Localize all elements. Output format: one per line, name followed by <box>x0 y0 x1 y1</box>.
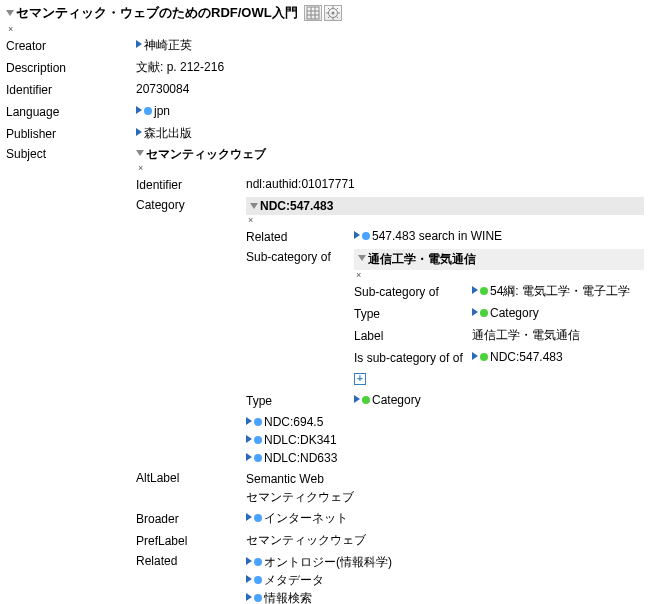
publisher-label: Publisher <box>6 124 136 143</box>
language-label: Language <box>6 102 136 121</box>
expand-toggle[interactable] <box>246 557 252 565</box>
category-icon <box>480 353 488 361</box>
svg-line-14 <box>336 8 338 10</box>
issubof-label: Is sub-category of of <box>354 348 472 367</box>
expand-toggle[interactable] <box>358 255 366 261</box>
expand-toggle[interactable] <box>246 575 252 583</box>
expand-toggle-title[interactable] <box>6 10 14 16</box>
related-label: Related <box>246 227 354 246</box>
related-item[interactable]: 情報検索 <box>264 591 312 604</box>
description-value: 文献: p. 212-216 <box>136 58 644 76</box>
identifier-value: 20730084 <box>136 80 644 98</box>
close-icon[interactable]: × <box>138 163 644 173</box>
broader-value[interactable]: インターネット <box>264 511 348 525</box>
category-head[interactable]: NDC:547.483 <box>260 199 333 213</box>
expand-toggle[interactable] <box>472 286 478 294</box>
svg-line-12 <box>336 17 338 19</box>
category-icon <box>480 309 488 317</box>
category-label: Category <box>136 197 246 212</box>
innerlabel-value: 通信工学・電気通信 <box>472 326 644 344</box>
svg-point-6 <box>331 12 334 15</box>
cat-type-label: Type <box>246 391 354 410</box>
expand-toggle[interactable] <box>136 150 144 156</box>
identifier-label: Identifier <box>6 80 136 99</box>
cat-type-value[interactable]: Category <box>372 393 421 407</box>
add-button[interactable]: + <box>354 373 366 385</box>
preflabel-label: PrefLabel <box>136 531 246 550</box>
close-icon[interactable]: × <box>248 215 644 225</box>
expand-toggle[interactable] <box>472 352 478 360</box>
expand-toggle[interactable] <box>246 513 252 521</box>
innerlabel-label: Label <box>354 326 472 345</box>
expand-toggle[interactable] <box>136 40 142 48</box>
expand-toggle[interactable] <box>246 417 252 425</box>
altlabel-label: AltLabel <box>136 470 246 485</box>
subject-identifier-label: Identifier <box>136 175 246 194</box>
expand-toggle[interactable] <box>354 231 360 239</box>
subject-identifier-value: ndl:authid:01017771 <box>246 175 644 193</box>
category-icon <box>480 287 488 295</box>
broader-label: Broader <box>136 509 246 528</box>
close-icon[interactable]: × <box>356 270 644 280</box>
expand-toggle[interactable] <box>246 435 252 443</box>
subof-value[interactable]: 54綱: 電気工学・電子工学 <box>490 284 630 298</box>
category-extra[interactable]: NDLC:ND633 <box>264 451 337 465</box>
gear-icon <box>326 6 340 20</box>
description-label: Description <box>6 58 136 77</box>
subject-label: Subject <box>6 146 136 161</box>
altlabel-value: セマンティクウェブ <box>246 488 644 506</box>
subcat-head[interactable]: 通信工学・電気通信 <box>368 252 476 266</box>
altlabel-value: Semantic Web <box>246 470 644 488</box>
resource-icon <box>362 232 370 240</box>
resource-icon <box>254 594 262 602</box>
svg-line-13 <box>328 17 330 19</box>
category-icon <box>362 396 370 404</box>
category-extra[interactable]: NDC:694.5 <box>264 415 323 429</box>
grid-icon <box>306 6 320 20</box>
expand-toggle[interactable] <box>246 593 252 601</box>
related-value[interactable]: 547.483 search in WINE <box>372 229 502 243</box>
related-item[interactable]: メタデータ <box>264 573 324 587</box>
page-title: セマンティック・ウェブのためのRDF/OWL入門 <box>16 4 298 22</box>
svg-rect-0 <box>307 7 319 19</box>
expand-toggle[interactable] <box>136 106 142 114</box>
publisher-value[interactable]: 森北出版 <box>144 126 192 140</box>
related-label: Related <box>136 553 246 568</box>
resource-icon <box>254 436 262 444</box>
expand-toggle[interactable] <box>250 203 258 209</box>
resource-icon <box>254 576 262 584</box>
type-label: Type <box>354 304 472 323</box>
resource-icon <box>254 558 262 566</box>
creator-value[interactable]: 神崎正英 <box>144 38 192 52</box>
subject-head[interactable]: セマンティックウェブ <box>146 147 266 161</box>
subcat-label: Sub-category of <box>246 249 354 264</box>
expand-toggle[interactable] <box>472 308 478 316</box>
type-value[interactable]: Category <box>490 306 539 320</box>
resource-icon <box>254 418 262 426</box>
settings-button[interactable] <box>324 5 342 21</box>
svg-line-11 <box>328 8 330 10</box>
expand-toggle[interactable] <box>136 128 142 136</box>
resource-icon <box>254 454 262 462</box>
resource-icon <box>144 107 152 115</box>
preflabel-value: セマンティックウェブ <box>246 531 644 549</box>
category-extra[interactable]: NDLC:DK341 <box>264 433 337 447</box>
language-value[interactable]: jpn <box>154 104 170 118</box>
creator-label: Creator <box>6 36 136 55</box>
issubof-value[interactable]: NDC:547.483 <box>490 350 563 364</box>
subof-label: Sub-category of <box>354 282 472 301</box>
grid-view-button[interactable] <box>304 5 322 21</box>
related-item[interactable]: オントロジー(情報科学) <box>264 555 392 569</box>
expand-toggle[interactable] <box>246 453 252 461</box>
expand-toggle[interactable] <box>354 395 360 403</box>
resource-icon <box>254 514 262 522</box>
close-icon[interactable]: × <box>8 24 644 34</box>
